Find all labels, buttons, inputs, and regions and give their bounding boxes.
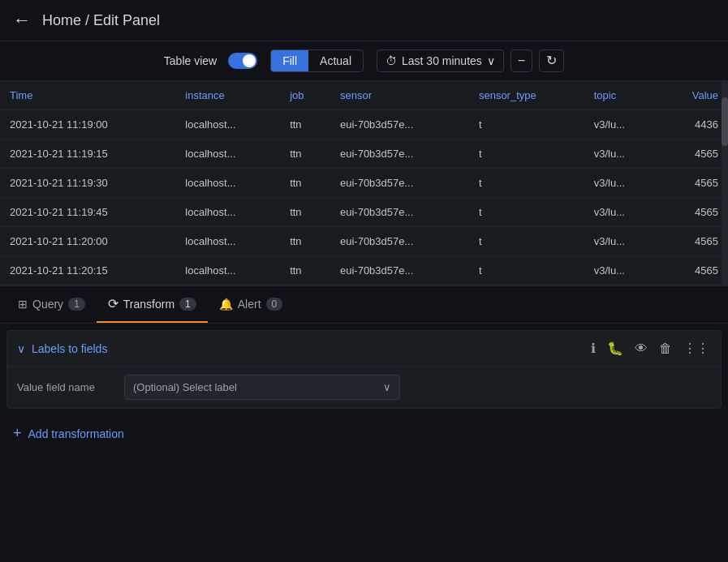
clock-icon: ⏱ <box>386 54 397 67</box>
table-cell: 4565 <box>660 139 728 169</box>
tab-transform-label: Transform <box>123 298 174 311</box>
fill-button[interactable]: Fill <box>271 50 308 71</box>
col-time[interactable]: Time <box>0 81 175 110</box>
table-cell: ttn <box>280 198 330 227</box>
transform-section: ∨ Labels to fields ℹ 🐛 👁 🗑 ⋮⋮ Value fiel… <box>6 330 722 409</box>
table-cell: eui-70b3d57e... <box>330 227 469 256</box>
eye-button[interactable]: 👁 <box>633 340 649 358</box>
table-cell: localhost... <box>175 139 280 169</box>
table-row: 2021-10-21 11:19:30localhost...ttneui-70… <box>0 169 728 198</box>
table-cell: ttn <box>280 169 330 198</box>
data-table-container: Time instance job sensor sensor_type top… <box>0 81 728 285</box>
tab-alert[interactable]: 🔔 Alert 0 <box>208 288 294 322</box>
table-row: 2021-10-21 11:20:15localhost...ttneui-70… <box>0 256 728 285</box>
col-topic[interactable]: topic <box>584 81 660 110</box>
value-field-row: Value field name (Optional) Select label… <box>7 366 721 408</box>
info-button[interactable]: ℹ <box>589 339 597 358</box>
table-cell: 4565 <box>660 227 728 256</box>
alert-icon: 🔔 <box>219 298 233 311</box>
add-transformation-label: Add transformation <box>28 427 124 440</box>
col-job[interactable]: job <box>280 81 330 110</box>
time-range-label: Last 30 minutes <box>402 54 482 67</box>
table-cell: t <box>469 139 584 169</box>
plus-icon: + <box>13 425 22 442</box>
col-value[interactable]: Value <box>660 81 728 110</box>
table-cell: 2021-10-21 11:20:00 <box>0 227 175 256</box>
table-cell: eui-70b3d57e... <box>330 139 469 169</box>
table-cell: 4436 <box>660 110 728 139</box>
table-cell: t <box>469 110 584 139</box>
transform-icon: ⟳ <box>108 296 118 311</box>
table-view-label: Table view <box>164 54 217 67</box>
header: ← Home / Edit Panel <box>0 0 728 41</box>
table-cell: localhost... <box>175 256 280 285</box>
table-cell: eui-70b3d57e... <box>330 169 469 198</box>
table-row: 2021-10-21 11:20:00localhost...ttneui-70… <box>0 227 728 256</box>
chevron-down-icon: ∨ <box>487 54 495 67</box>
delete-button[interactable]: 🗑 <box>657 340 674 358</box>
value-field-label: Value field name <box>17 381 114 393</box>
col-sensor-type[interactable]: sensor_type <box>469 81 584 110</box>
table-cell: localhost... <box>175 198 280 227</box>
table-cell: eui-70b3d57e... <box>330 256 469 285</box>
col-instance[interactable]: instance <box>175 81 280 110</box>
tab-transform[interactable]: ⟳ Transform 1 <box>97 286 208 323</box>
table-view-toggle[interactable] <box>228 53 257 69</box>
table-cell: t <box>469 169 584 198</box>
table-cell: ttn <box>280 139 330 169</box>
table-cell: v3/lu... <box>584 227 660 256</box>
table-cell: v3/lu... <box>584 198 660 227</box>
table-cell: 4565 <box>660 198 728 227</box>
table-body: 2021-10-21 11:19:00localhost...ttneui-70… <box>0 110 728 285</box>
table-cell: ttn <box>280 110 330 139</box>
debug-button[interactable]: 🐛 <box>605 339 625 358</box>
actual-button[interactable]: Actual <box>308 50 363 71</box>
table-cell: 2021-10-21 11:20:15 <box>0 256 175 285</box>
table-cell: v3/lu... <box>584 139 660 169</box>
table-cell: t <box>469 256 584 285</box>
table-cell: v3/lu... <box>584 169 660 198</box>
table-cell: t <box>469 227 584 256</box>
col-sensor[interactable]: sensor <box>330 81 469 110</box>
breadcrumb: Home / Edit Panel <box>42 12 160 29</box>
refresh-button[interactable]: ↻ <box>539 49 564 72</box>
back-button[interactable]: ← <box>13 11 31 29</box>
table-cell: localhost... <box>175 227 280 256</box>
table-cell: 2021-10-21 11:19:45 <box>0 198 175 227</box>
transform-header[interactable]: ∨ Labels to fields ℹ 🐛 👁 🗑 ⋮⋮ <box>7 331 721 366</box>
table-cell: t <box>469 198 584 227</box>
table-header: Time instance job sensor sensor_type top… <box>0 81 728 110</box>
bottom-panel: ⊞ Query 1 ⟳ Transform 1 🔔 Alert 0 ∨ Labe… <box>0 285 728 452</box>
transform-title: Labels to fields <box>32 342 107 355</box>
scrollbar[interactable] <box>722 81 728 285</box>
add-transformation-button[interactable]: + Add transformation <box>13 425 124 442</box>
table-cell: ttn <box>280 256 330 285</box>
table-cell: eui-70b3d57e... <box>330 198 469 227</box>
table-cell: 4565 <box>660 169 728 198</box>
table-cell: localhost... <box>175 110 280 139</box>
table-cell: v3/lu... <box>584 256 660 285</box>
drag-handle[interactable]: ⋮⋮ <box>682 339 711 358</box>
tab-query-label: Query <box>32 298 63 311</box>
select-chevron-icon: ∨ <box>383 381 391 393</box>
table-row: 2021-10-21 11:19:15localhost...ttneui-70… <box>0 139 728 169</box>
transform-header-left: ∨ Labels to fields <box>17 342 107 355</box>
zoom-out-button[interactable]: − <box>510 49 532 72</box>
tab-alert-badge: 0 <box>266 298 283 311</box>
add-transformation-row: + Add transformation <box>0 415 728 452</box>
table-cell: localhost... <box>175 169 280 198</box>
tab-query[interactable]: ⊞ Query 1 <box>6 288 97 322</box>
table-cell: v3/lu... <box>584 110 660 139</box>
table-cell: 2021-10-21 11:19:00 <box>0 110 175 139</box>
scroll-thumb[interactable] <box>722 97 728 146</box>
table-row: 2021-10-21 11:19:00localhost...ttneui-70… <box>0 110 728 139</box>
table-cell: ttn <box>280 227 330 256</box>
expand-chevron-icon: ∨ <box>17 342 25 355</box>
transform-header-right: ℹ 🐛 👁 🗑 ⋮⋮ <box>589 339 711 358</box>
database-icon: ⊞ <box>18 298 28 311</box>
table-wrapper: Time instance job sensor sensor_type top… <box>0 81 728 285</box>
data-table: Time instance job sensor sensor_type top… <box>0 81 728 285</box>
time-range-selector[interactable]: ⏱ Last 30 minutes ∨ <box>377 49 504 72</box>
value-field-select[interactable]: (Optional) Select label ∨ <box>124 375 400 400</box>
tab-alert-label: Alert <box>238 298 261 311</box>
